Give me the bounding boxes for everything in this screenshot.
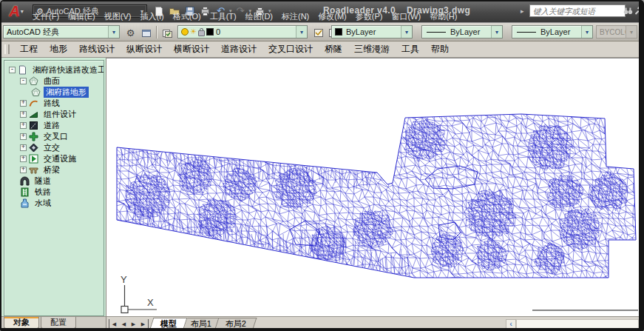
next-layout-button[interactable]: ▶ [129, 319, 138, 329]
project-tree: -湘府路快速路改造工程-曲面湘府路地形+路线+组件设计+道路+交叉口+立交+交通… [4, 60, 104, 316]
layer-combo[interactable]: ☀ 0 ▾ [177, 25, 308, 39]
layer-lock-icon[interactable] [198, 30, 205, 36]
linetype-combo[interactable]: ByLayer ▾ [421, 25, 503, 39]
roadleader-menu-item-10[interactable]: 帮助 [425, 43, 455, 56]
chevron-down-icon[interactable]: ▾ [491, 26, 502, 38]
previous-layout-button[interactable]: ◀ [119, 319, 129, 329]
palette-tab-1[interactable]: 配置 [41, 317, 76, 329]
menubar-item-5[interactable]: 工具(T) [206, 11, 241, 22]
menubar-item-1[interactable]: 编辑(E) [64, 11, 100, 22]
tunnel-icon [20, 176, 30, 186]
chevron-down-icon: ▾ [21, 8, 24, 15]
layout-tab-0[interactable]: 模型 [150, 318, 188, 329]
tree-item-label[interactable]: 交通设施 [41, 153, 78, 164]
make-layer-current-button[interactable] [311, 25, 326, 41]
tree-item-1[interactable]: -曲面 [4, 76, 104, 87]
collapse-icon[interactable]: - [20, 78, 27, 84]
horizontal-scrollbar[interactable] [516, 319, 639, 329]
menubar-item-0[interactable]: 文件(F) [28, 11, 64, 22]
menubar-item-3[interactable]: 插入(I) [135, 11, 168, 22]
roadleader-menu-item-1[interactable]: 地形 [44, 43, 73, 56]
expand-icon[interactable]: + [20, 100, 27, 107]
menubar-item-9[interactable]: 参数(P) [351, 11, 387, 22]
tree-item-8[interactable]: +交通设施 [4, 153, 104, 164]
menubar-item-6[interactable]: 绘图(D) [241, 11, 277, 22]
expand-icon[interactable]: + [20, 122, 27, 129]
chevron-down-icon[interactable]: ▾ [581, 26, 592, 38]
tree-item-label[interactable]: 立交 [41, 142, 62, 153]
drawing-column: YX ◀ ◀ ▶ ▶ 模型布局1布局2 ‹ [106, 58, 639, 329]
layer-properties-button[interactable] [160, 25, 175, 41]
roadleader-menu-item-9[interactable]: 工具 [396, 43, 425, 56]
expand-icon[interactable]: + [20, 167, 27, 173]
workspace-settings-button[interactable]: ⚙ [123, 25, 138, 41]
tree-item-2[interactable]: 湘府路地形 [4, 87, 104, 98]
menubar-item-8[interactable]: 修改(M) [313, 11, 351, 22]
tree-item-6[interactable]: +交叉口 [4, 131, 104, 142]
workspace-combo[interactable]: AutoCAD 经典 ▾ [3, 25, 120, 39]
tree-item-3[interactable]: +路线 [4, 98, 104, 109]
tree-item-4[interactable]: +组件设计 [4, 109, 104, 120]
layout-tab-2[interactable]: 布局2 [215, 318, 257, 329]
roadleader-menu-item-7[interactable]: 桥隧 [319, 43, 348, 56]
roadleader-menu-item-0[interactable]: 工程 [14, 43, 44, 56]
toolbar-grip[interactable] [4, 44, 10, 54]
menubar-item-7[interactable]: 标注(N) [277, 11, 313, 22]
layout-tabs: 模型布局1布局2 [152, 318, 251, 329]
roadleader-menu-item-4[interactable]: 横断设计 [168, 43, 215, 56]
application-menu-button[interactable]: A ▾ [2, 1, 30, 21]
chevron-down-icon[interactable]: ▾ [296, 26, 307, 38]
tree-item-label[interactable]: 桥梁 [41, 164, 62, 175]
roadleader-menu-item-6[interactable]: 交叉口设计 [262, 43, 319, 56]
scroll-left-button[interactable]: ‹ [506, 319, 516, 329]
ucs-x-label: X [147, 297, 154, 308]
my-workspace-button[interactable] [138, 25, 154, 41]
search-arrow-icon[interactable]: ▸ [521, 7, 524, 15]
tree-item-label[interactable]: 组件设计 [41, 109, 78, 120]
settings-button[interactable] [634, 5, 643, 19]
tree-item-11[interactable]: 铁路 [4, 187, 104, 198]
tree-item-label[interactable]: 湘府路快速路改造工程 [30, 64, 104, 76]
tree-item-label[interactable]: 曲面 [41, 76, 62, 87]
last-layout-button[interactable]: ▶ [138, 319, 149, 329]
tree-item-7[interactable]: +立交 [4, 142, 104, 153]
roadleader-menu-item-3[interactable]: 纵断设计 [121, 43, 168, 56]
menubar-item-10[interactable]: 窗口(W) [387, 11, 425, 22]
layer-color-swatch[interactable] [206, 28, 214, 36]
layer-on-icon[interactable] [181, 28, 189, 36]
tree-item-5[interactable]: +道路 [4, 120, 104, 131]
tree-item-10[interactable]: 隧道 [4, 175, 104, 187]
expand-icon[interactable]: + [20, 156, 27, 162]
tree-item-label[interactable]: 道路 [41, 120, 62, 131]
expand-icon[interactable]: + [20, 133, 27, 140]
tree-item-label[interactable]: 路线 [41, 98, 62, 109]
lineweight-combo[interactable]: ByLayer ▾ [512, 25, 593, 39]
tree-item-label[interactable]: 铁路 [33, 187, 53, 198]
menubar-item-11[interactable]: 帮助(H) [425, 11, 461, 22]
search-input[interactable] [529, 4, 626, 17]
tree-item-label[interactable]: 交叉口 [41, 131, 70, 142]
tree-item-label[interactable]: 湘府路地形 [44, 87, 89, 98]
roadleader-menu-item-2[interactable]: 路线设计 [73, 43, 121, 56]
chevron-down-icon[interactable]: ▾ [108, 26, 119, 38]
tree-item-0[interactable]: -湘府路快速路改造工程 [4, 64, 104, 76]
menubar-item-4[interactable]: 格式(O) [169, 11, 206, 22]
roadleader-menu-item-8[interactable]: 三维漫游 [348, 43, 396, 56]
search-button[interactable] [623, 5, 633, 19]
expand-icon[interactable]: + [20, 111, 27, 118]
menubar-item-2[interactable]: 视图(V) [100, 11, 136, 22]
tree-item-9[interactable]: +桥梁 [4, 164, 104, 175]
drawing-area[interactable]: YX [106, 58, 639, 316]
first-layout-button[interactable]: ◀ [109, 319, 119, 329]
tree-item-label[interactable]: 隧道 [33, 175, 53, 187]
tree-item-label[interactable]: 水域 [33, 198, 53, 209]
palette-tab-0[interactable]: 对象 [4, 317, 39, 329]
expand-icon[interactable]: + [20, 144, 27, 151]
roadleader-menu-item-5[interactable]: 道路设计 [215, 43, 262, 56]
wrench-icon [634, 6, 643, 16]
color-combo[interactable]: ByLayer ▾ [331, 25, 413, 39]
layer-thaw-icon[interactable]: ☀ [190, 28, 197, 36]
chevron-down-icon[interactable]: ▾ [401, 26, 412, 38]
collapse-icon[interactable]: - [9, 67, 16, 73]
tree-item-12[interactable]: 水域 [4, 198, 104, 209]
